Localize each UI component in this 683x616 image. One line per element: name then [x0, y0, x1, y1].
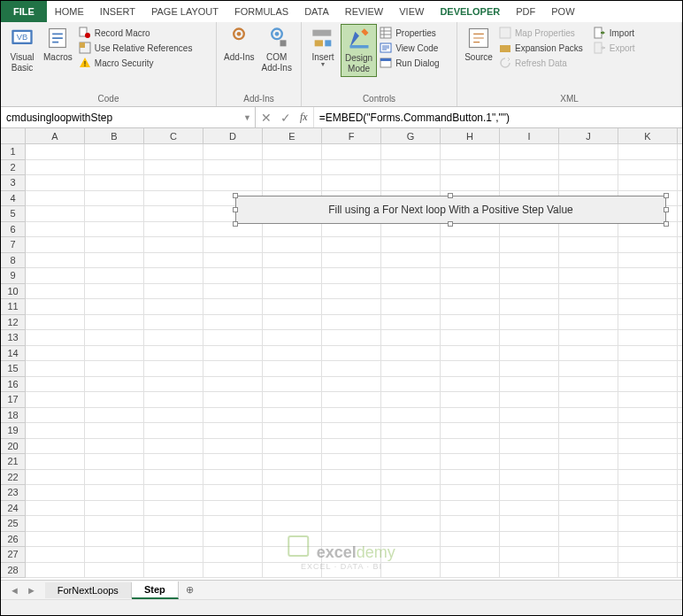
cell[interactable]	[26, 206, 85, 221]
cell[interactable]	[144, 144, 203, 159]
cell[interactable]	[322, 454, 381, 469]
cell[interactable]	[500, 160, 559, 175]
cell[interactable]	[441, 532, 500, 547]
row-header-1[interactable]: 1	[1, 144, 25, 160]
cell[interactable]	[559, 346, 618, 361]
cell[interactable]	[203, 361, 263, 376]
cell[interactable]	[203, 144, 263, 159]
cell[interactable]	[618, 144, 678, 159]
cell[interactable]	[322, 175, 381, 190]
cell[interactable]	[144, 377, 203, 392]
cell[interactable]	[203, 516, 263, 531]
cell[interactable]	[500, 516, 559, 531]
cell[interactable]	[441, 160, 500, 175]
cell[interactable]	[559, 315, 618, 330]
cell[interactable]	[203, 237, 263, 252]
cell[interactable]	[85, 237, 144, 252]
run-dialog-button[interactable]: Run Dialog	[377, 56, 441, 70]
cell[interactable]	[26, 160, 85, 175]
cell[interactable]	[263, 501, 322, 516]
cell[interactable]	[263, 330, 322, 345]
cell[interactable]	[26, 563, 85, 578]
tab-formulas[interactable]: FORMULAS	[226, 1, 296, 22]
row-header-3[interactable]: 3	[1, 175, 25, 191]
cell[interactable]	[500, 175, 559, 190]
cell[interactable]	[559, 470, 618, 485]
cell[interactable]	[500, 361, 559, 376]
cell[interactable]	[618, 253, 678, 268]
name-box-dropdown-icon[interactable]: ▼	[243, 113, 251, 122]
cell[interactable]	[618, 516, 678, 531]
cell[interactable]	[322, 315, 381, 330]
cell[interactable]	[559, 268, 618, 283]
cell[interactable]	[381, 237, 441, 252]
cell[interactable]	[144, 501, 203, 516]
cell[interactable]	[263, 175, 322, 190]
cell[interactable]	[26, 470, 85, 485]
cell[interactable]	[381, 361, 441, 376]
cell[interactable]	[381, 160, 441, 175]
cell[interactable]	[26, 501, 85, 516]
cell[interactable]	[26, 485, 85, 500]
cell[interactable]	[85, 253, 144, 268]
file-tab[interactable]: FILE	[1, 1, 47, 22]
tab-powerpivot[interactable]: POW	[543, 1, 582, 22]
cell[interactable]	[500, 315, 559, 330]
cell[interactable]	[500, 253, 559, 268]
cell[interactable]	[263, 284, 322, 299]
cell[interactable]	[618, 361, 678, 376]
cell[interactable]	[144, 206, 203, 221]
col-header-D[interactable]: D	[203, 128, 263, 143]
cell[interactable]	[322, 361, 381, 376]
visual-basic-button[interactable]: VB Visual Basic	[4, 24, 40, 75]
select-all-corner[interactable]	[1, 128, 26, 144]
cell[interactable]	[618, 563, 678, 578]
row-header-8[interactable]: 8	[1, 253, 25, 269]
tab-page-layout[interactable]: PAGE LAYOUT	[143, 1, 226, 22]
row-header-26[interactable]: 26	[1, 532, 25, 548]
row-header-6[interactable]: 6	[1, 222, 25, 238]
cell[interactable]	[322, 392, 381, 407]
cell[interactable]	[85, 330, 144, 345]
embedded-command-button[interactable]: Fill using a For Next loop With a Positi…	[235, 196, 666, 224]
cell[interactable]	[26, 315, 85, 330]
cell[interactable]	[263, 346, 322, 361]
cell[interactable]	[85, 547, 144, 562]
design-mode-button[interactable]: Design Mode	[341, 24, 377, 77]
cell[interactable]	[381, 330, 441, 345]
row-header-10[interactable]: 10	[1, 284, 25, 300]
cell[interactable]	[559, 423, 618, 438]
col-header-I[interactable]: I	[500, 128, 559, 143]
cell[interactable]	[26, 532, 85, 547]
cell[interactable]	[381, 175, 441, 190]
cell[interactable]	[85, 222, 144, 237]
resize-handle-br[interactable]	[664, 221, 669, 227]
fx-icon[interactable]: fx	[300, 111, 308, 124]
cell[interactable]	[203, 330, 263, 345]
enter-icon[interactable]: ✓	[280, 111, 291, 125]
horizontal-scrollbar[interactable]	[1, 599, 682, 615]
cell[interactable]	[500, 268, 559, 283]
cell[interactable]	[85, 361, 144, 376]
cell[interactable]	[618, 485, 678, 500]
name-box-input[interactable]	[6, 112, 249, 124]
cell[interactable]	[322, 516, 381, 531]
tab-view[interactable]: VIEW	[391, 1, 432, 22]
row-header-28[interactable]: 28	[1, 563, 25, 579]
cell[interactable]	[559, 330, 618, 345]
cell[interactable]	[441, 454, 500, 469]
row-header-21[interactable]: 21	[1, 454, 25, 470]
cell[interactable]	[203, 485, 263, 500]
tab-pdf[interactable]: PDF	[508, 1, 543, 22]
record-macro-button[interactable]: Record Macro	[76, 26, 196, 40]
cell[interactable]	[144, 346, 203, 361]
row-header-14[interactable]: 14	[1, 346, 25, 362]
cell[interactable]	[263, 160, 322, 175]
row-header-12[interactable]: 12	[1, 315, 25, 331]
macro-security-button[interactable]: ! Macro Security	[76, 56, 196, 70]
cell[interactable]	[26, 330, 85, 345]
cell[interactable]	[263, 439, 322, 454]
cell[interactable]	[26, 144, 85, 159]
cell[interactable]	[559, 361, 618, 376]
cell[interactable]	[144, 253, 203, 268]
